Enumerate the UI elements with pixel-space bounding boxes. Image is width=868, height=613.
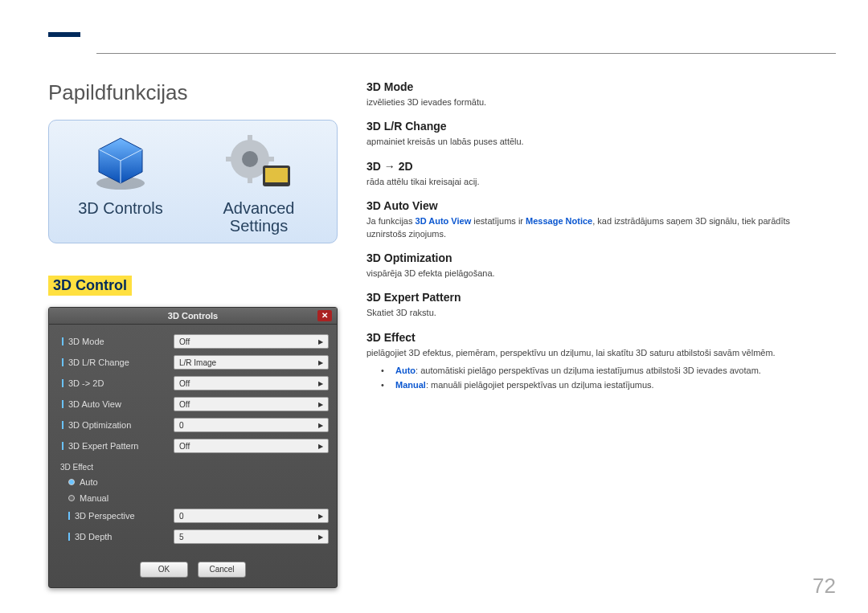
text-3d-to-2d: rāda attēlu tikai kreisajai acij. [366,176,820,188]
field-3d-auto-view[interactable]: Off▶ [174,397,329,411]
field-3d-expert-pattern[interactable]: Off▶ [174,439,329,453]
chevron-right-icon: ▶ [318,422,323,429]
field-3d-depth[interactable]: 5▶ [174,529,329,544]
heading-3d-auto-view: 3D Auto View [366,199,820,212]
svg-rect-10 [265,168,288,182]
text-3d-expert-pattern: Skatiet 3D rakstu. [366,307,820,319]
svg-rect-6 [248,175,252,183]
radio-label: Auto [80,477,98,487]
field-3d-optimization[interactable]: 0▶ [174,418,329,432]
row-3d-perspective: 3D Perspective 0▶ [57,507,329,525]
close-icon[interactable]: ✕ [317,310,332,321]
cancel-button[interactable]: Cancel [198,562,246,578]
row-label: 3D Mode [68,337,104,346]
row-3d-optimization: 3D Optimization 0▶ [57,416,329,434]
radio-dot-icon [68,495,75,501]
chevron-right-icon: ▶ [318,380,323,387]
header-accent-bar [48,32,80,37]
menu-icon-panel: 3D Controls [48,120,338,243]
chevron-right-icon: ▶ [318,401,323,408]
bullet-manual: Manual: manuāli pielāgojiet perspektīvas… [387,378,820,393]
row-3d-auto-view: 3D Auto View Off▶ [57,395,329,413]
row-label: 3D Optimization [68,420,131,430]
row-3d-depth: 3D Depth 5▶ [57,528,329,546]
page-title: Papildfunkcijas [48,80,338,105]
svg-rect-5 [248,135,252,143]
tile-label: Advanced Settings [199,199,319,235]
text-3d-effect: pielāgojiet 3D efektus, piemēram, perspe… [366,347,820,359]
svg-point-4 [242,151,258,167]
svg-rect-8 [266,157,274,161]
heading-3d-optimization: 3D Optimization [366,251,820,264]
field-3d-lr-change[interactable]: L/R Image▶ [174,355,329,370]
tile-label: 3D Controls [78,199,163,217]
text-3d-lr-change: apmainiet kreisās un labās puses attēlu. [366,136,820,148]
svg-rect-7 [226,157,234,161]
gear-thumb-icon [223,130,295,194]
radio-auto[interactable]: Auto [57,475,329,489]
tile-advanced-settings[interactable]: Advanced Settings [199,130,319,235]
row-3d-to-2d: 3D -> 2D Off▶ [57,374,329,392]
dialog-title-text: 3D Controls [168,311,218,321]
heading-3d-lr-change: 3D L/R Change [366,120,820,133]
dialog-3d-controls: 3D Controls ✕ 3D Mode Off▶ 3D L/R Change… [48,307,338,588]
tile-3d-controls[interactable]: 3D Controls [60,130,181,235]
row-3d-lr-change: 3D L/R Change L/R Image▶ [57,353,329,371]
row-label: 3D -> 2D [68,378,104,388]
bullet-auto: Auto: automātiski pielāgo perspektīvas u… [387,364,820,378]
field-3d-mode[interactable]: Off▶ [174,334,329,349]
text-3d-mode: izvēlieties 3D ievades formātu. [366,96,820,108]
row-label: 3D Auto View [68,399,121,409]
row-label: 3D Expert Pattern [68,441,138,451]
text-3d-optimization: vispārēja 3D efekta pielāgošana. [366,268,820,280]
row-label: 3D Perspective [75,511,135,521]
chevron-right-icon: ▶ [318,533,323,541]
dialog-title: 3D Controls ✕ [49,308,337,325]
cube-3d-icon [84,130,157,194]
chevron-right-icon: ▶ [318,338,323,345]
radio-label: Manual [80,493,108,503]
row-label: 3D Depth [75,532,112,541]
heading-3d-mode: 3D Mode [366,80,820,93]
chevron-right-icon: ▶ [318,443,323,450]
heading-3d-expert-pattern: 3D Expert Pattern [366,291,820,304]
radio-dot-icon [68,479,75,485]
section-heading-3d-control: 3D Control [48,276,132,296]
text-3d-auto-view: Ja funkcijas 3D Auto View iestatījums ir… [366,215,820,240]
page-number: 72 [813,574,836,599]
radio-manual[interactable]: Manual [57,491,329,505]
chevron-right-icon: ▶ [318,513,323,520]
heading-3d-to-2d: 3D → 2D [366,160,820,173]
chevron-right-icon: ▶ [318,359,323,366]
ok-button[interactable]: OK [140,562,188,578]
row-3d-mode: 3D Mode Off▶ [57,333,329,350]
heading-3d-effect: 3D Effect [366,331,820,344]
row-label: 3D L/R Change [68,358,129,367]
header-divider [96,53,836,54]
field-3d-to-2d[interactable]: Off▶ [174,376,329,390]
row-3d-expert-pattern: 3D Expert Pattern Off▶ [57,437,329,455]
group-label-3d-effect: 3D Effect [57,458,329,475]
bullet-list-3d-effect: Auto: automātiski pielāgo perspektīvas u… [387,364,820,392]
field-3d-perspective[interactable]: 0▶ [174,509,329,523]
